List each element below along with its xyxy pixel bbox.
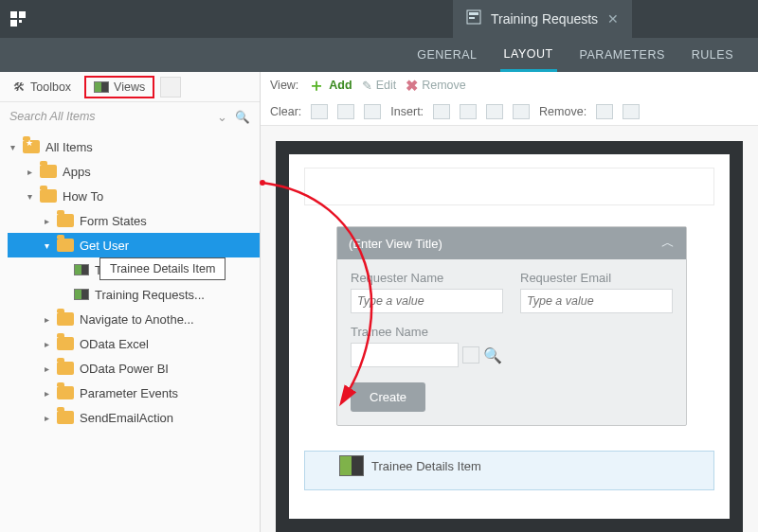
search-picker-icon[interactable]: 🔍 [483, 346, 502, 364]
tree-label: Parameter Events [80, 386, 178, 400]
toolbar-remove-button[interactable]: ✖Remove [406, 77, 466, 95]
tree-label: OData Power BI [80, 362, 169, 376]
tree-odata-pbi[interactable]: ▸ OData Power BI [8, 356, 260, 381]
tree-label: Navigate to Anothe... [80, 312, 194, 327]
tab-parameters[interactable]: PARAMETERS [576, 38, 669, 72]
view-icon [339, 455, 364, 476]
input-requester-email[interactable] [520, 289, 673, 313]
button-label: Edit [376, 79, 397, 92]
tree-label: How To [63, 189, 103, 204]
chevron-down-icon[interactable]: ⌄ [217, 110, 227, 124]
tree-send-email[interactable]: ▸ SendEmailAction [8, 405, 260, 430]
insert-above-icon[interactable] [486, 104, 503, 119]
tree-label: Get User [80, 239, 129, 253]
folder-icon [57, 411, 74, 424]
folder-icon [57, 312, 74, 326]
form-icon [466, 9, 481, 28]
tree-label: All Items [45, 140, 93, 154]
input-requester-name[interactable] [351, 289, 503, 313]
insert-left-icon[interactable] [433, 104, 450, 119]
toolbar-view-label: View: [270, 79, 298, 92]
tab-rules[interactable]: RULES [688, 38, 737, 72]
sidebar-tab-extra[interactable] [160, 77, 181, 98]
sidebar-tab-label: Toolbox [30, 80, 71, 94]
tree-form-states[interactable]: ▸ Form States [8, 208, 260, 233]
design-canvas[interactable]: (Enter View Title) ︿ Requester Name Requ… [276, 141, 743, 532]
remove-row-icon[interactable] [623, 104, 640, 119]
folder-icon [40, 165, 57, 178]
app-launcher-icon[interactable] [0, 0, 36, 38]
collapse-icon[interactable]: ︿ [661, 235, 675, 252]
view-icon [74, 264, 89, 275]
designer-tab[interactable]: Training Requests ✕ [453, 0, 632, 38]
tab-title: Training Requests [491, 11, 598, 27]
tree-apps[interactable]: ▸ Apps [8, 159, 260, 184]
tree-label: Apps [63, 165, 91, 179]
search-icon[interactable]: 🔍 [235, 110, 250, 124]
remove-col-icon[interactable] [596, 104, 613, 119]
clear-row-icon[interactable] [337, 104, 354, 119]
card-title: (Enter View Title) [349, 237, 442, 251]
tree-navigate[interactable]: ▸ Navigate to Anothe... [8, 307, 260, 331]
tree-label: OData Excel [80, 337, 149, 351]
svg-rect-2 [10, 20, 17, 27]
view-card[interactable]: (Enter View Title) ︿ Requester Name Requ… [336, 226, 687, 426]
tree-training-requests[interactable]: Training Requests... [8, 282, 260, 307]
svg-rect-3 [19, 20, 22, 23]
view-icon [74, 289, 89, 300]
svg-rect-6 [469, 17, 475, 19]
close-icon[interactable]: ✕ [607, 11, 619, 27]
tree-label: SendEmailAction [80, 411, 173, 425]
folder-icon [57, 386, 74, 399]
drop-target-row[interactable]: Trainee Details Item [304, 451, 714, 490]
tree-odata-excel[interactable]: ▸ OData Excel [8, 331, 260, 356]
folder-icon [57, 239, 74, 252]
toolbar-clear-label: Clear: [270, 105, 301, 118]
tree-label: Training Requests... [95, 288, 205, 302]
svg-rect-1 [19, 11, 26, 18]
tree-all-items[interactable]: ▾ All Items [8, 134, 260, 159]
dragged-item-label: Trainee Details Item [371, 459, 481, 473]
folder-icon [40, 189, 57, 203]
clear-cell-icon[interactable] [311, 104, 328, 119]
empty-drop-zone[interactable] [304, 168, 714, 205]
sidebar-tab-toolbox[interactable]: 🛠 Toolbox [6, 78, 79, 97]
sidebar-tab-views[interactable]: Views [84, 76, 154, 98]
picker-icon[interactable] [462, 346, 479, 364]
insert-right-icon[interactable] [460, 104, 477, 119]
views-icon [94, 81, 109, 93]
sidebar-tab-label: Views [114, 80, 145, 94]
tree-param-events[interactable]: ▸ Parameter Events [8, 381, 260, 405]
folder-icon [23, 140, 40, 153]
svg-rect-0 [10, 11, 17, 18]
toolbar-edit-button[interactable]: ✎Edit [362, 79, 397, 93]
dragged-view-item[interactable]: Trainee Details Item [339, 455, 481, 476]
field-label-requester-email: Requester Email [520, 271, 673, 285]
tree-get-user[interactable]: ▾ Get User [8, 233, 260, 257]
wrench-icon: 🛠 [13, 80, 26, 94]
tab-general[interactable]: GENERAL [413, 38, 480, 72]
tooltip-trainee-details: Trainee Details Item [99, 257, 226, 280]
create-button[interactable]: Create [351, 382, 425, 412]
svg-rect-5 [469, 12, 478, 15]
tree-label: Form States [80, 214, 147, 228]
pencil-icon: ✎ [362, 79, 372, 93]
field-label-requester-name: Requester Name [351, 271, 503, 285]
toolbar-remove2-label: Remove: [539, 105, 587, 118]
button-label: Remove [422, 79, 466, 92]
tab-layout[interactable]: LAYOUT [500, 38, 557, 72]
folder-icon [57, 214, 74, 227]
toolbar-add-button[interactable]: ＋Add [308, 79, 352, 92]
field-label-trainee-name: Trainee Name [351, 325, 502, 339]
folder-icon [57, 362, 74, 375]
folder-icon [57, 337, 74, 350]
search-input[interactable]: Search All Items [9, 110, 96, 123]
insert-below-icon[interactable] [513, 104, 530, 119]
toolbar-insert-label: Insert: [390, 105, 424, 118]
button-label: Add [329, 79, 352, 92]
remove-icon: ✖ [406, 77, 418, 95]
clear-table-icon[interactable] [364, 104, 381, 119]
input-trainee-name[interactable] [351, 343, 459, 367]
tree-howto[interactable]: ▾ How To [8, 184, 260, 208]
